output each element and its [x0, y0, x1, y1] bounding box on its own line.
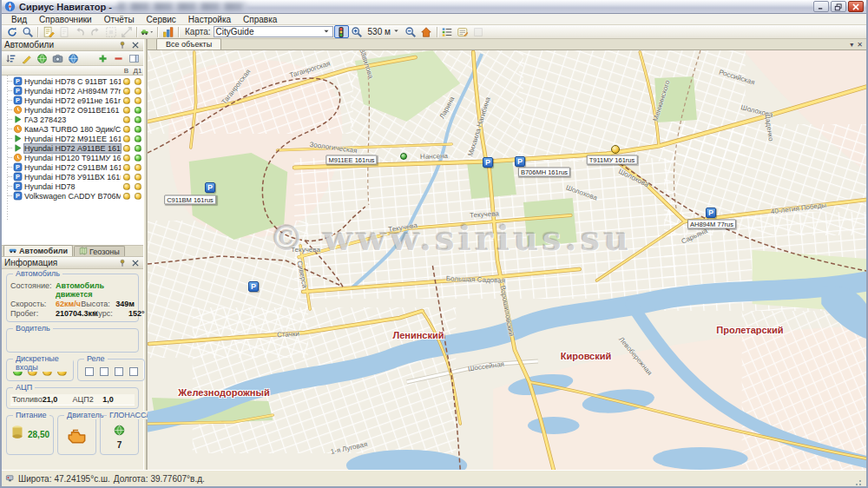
- refresh-icon[interactable]: [4, 25, 19, 38]
- parking-marker-icon[interactable]: P: [483, 157, 493, 168]
- column-header-v: В: [121, 67, 132, 75]
- vehicle-row[interactable]: Hyundai HD72 М911ЕЕ 161rus: [2, 134, 143, 143]
- menu-item-настройка[interactable]: Настройка: [182, 15, 237, 24]
- parking-marker-icon[interactable]: P: [248, 281, 259, 292]
- parking-marker-icon[interactable]: P: [515, 156, 525, 167]
- resize-grip[interactable]: [852, 477, 863, 487]
- vehicle-plate-label: С911ВМ 161rus: [164, 195, 216, 205]
- minimize-button[interactable]: [813, 1, 829, 12]
- layout-icon[interactable]: [127, 52, 141, 65]
- vehicle-label: Hyundai HD78 С 911ВТ 161rus: [24, 77, 121, 86]
- satellite-count: 7: [117, 440, 122, 450]
- discrete-inputs-group: Дискретные входы: [6, 359, 74, 381]
- car-icon[interactable]: [140, 25, 155, 38]
- vehicle-marker-yellow-icon[interactable]: [611, 145, 620, 154]
- vehicle-row[interactable]: PHyundai HD72 е911не 161rus: [2, 96, 143, 105]
- tree-branch: [8, 100, 12, 101]
- vehicle-label: Hyundai HD72 АН894М 77rus: [24, 87, 121, 96]
- status-dot-v: [123, 97, 130, 104]
- menubar: ВидСправочникиОтчётыСервисНастройкаСправ…: [2, 14, 866, 25]
- adc2-value: 1,0: [102, 395, 133, 404]
- menu-item-отчёты[interactable]: Отчёты: [98, 15, 141, 24]
- vehicle-list[interactable]: PHyundai HD78 С 911ВТ 161rusPHyundai HD7…: [2, 76, 143, 245]
- vehicle-row[interactable]: PHyundai HD72 С911ВМ 161rus: [2, 162, 143, 172]
- vehicle-row[interactable]: Hyundai HD72 О911ВЕ161: [2, 105, 143, 115]
- notes-icon[interactable]: [456, 25, 470, 38]
- mileage-value: 210704.3км: [56, 309, 94, 318]
- tab-close-icon[interactable]: ✕: [857, 42, 863, 49]
- relay-checkbox[interactable]: [85, 367, 94, 376]
- dock-tab-active[interactable]: Автомобили: [3, 245, 73, 256]
- legend-icon[interactable]: [440, 25, 455, 38]
- status-dot-v: [123, 135, 130, 142]
- relay-checkbox[interactable]: [129, 367, 138, 376]
- vehicle-row[interactable]: PHyundai HD78: [2, 181, 143, 191]
- vehicle-state-moving-icon: [13, 143, 23, 153]
- vehicle-marker-green-icon[interactable]: [400, 153, 407, 160]
- vehicle-row[interactable]: PHyundai HD72 АН894М 77rus: [2, 86, 143, 96]
- search-icon[interactable]: [20, 25, 35, 38]
- app-logo-icon: [4, 1, 16, 12]
- vehicle-plate-label: М911ЕЕ 161rus: [326, 155, 377, 165]
- close-panel-icon[interactable]: [130, 40, 141, 49]
- status-dot-d1: [135, 97, 141, 104]
- gps-group: ГЛОНАСС/GPS 7: [100, 415, 139, 455]
- altitude-label: Высота:: [81, 300, 115, 308]
- vehicle-row[interactable]: PVolkswagen CADDY В706МН 161rus: [2, 191, 143, 201]
- vehicle-row[interactable]: PHyundai HD78 С 911ВТ 161rus: [2, 76, 143, 86]
- home-icon[interactable]: [419, 25, 434, 38]
- longitude-label: Долгота:: [114, 474, 148, 484]
- parking-marker-icon[interactable]: P: [706, 208, 716, 218]
- zoom-out-icon[interactable]: [404, 25, 418, 38]
- map-tabbar: Все объекты ▾ ✕: [148, 39, 866, 50]
- map-canvas[interactable]: © www.sirius.su ТаганрогскаяТаганрогская…: [148, 50, 866, 470]
- page-edit-icon[interactable]: [41, 25, 56, 38]
- vehicles-column-headers: В Д1: [2, 66, 143, 76]
- dock-tab-inactive[interactable]: Геозоны: [74, 246, 125, 256]
- pin-icon[interactable]: [117, 258, 128, 267]
- close-panel-icon[interactable]: [130, 258, 141, 267]
- chart-icon[interactable]: [161, 25, 175, 38]
- vehicle-state-parked-icon: P: [13, 86, 23, 96]
- tree-branch: [8, 90, 12, 91]
- relay-checkbox[interactable]: [115, 367, 123, 376]
- vehicle-label: Hyundai HD78 У911ВХ 161rus: [24, 173, 121, 181]
- camera-icon[interactable]: [50, 52, 65, 65]
- globe-blue-icon[interactable]: [66, 52, 81, 65]
- globe-green-icon[interactable]: [35, 52, 49, 65]
- toolbar-separator: [157, 27, 158, 37]
- svg-text:P: P: [16, 87, 20, 95]
- traffic-light-icon[interactable]: [334, 25, 349, 38]
- menu-item-справочники[interactable]: Справочники: [33, 15, 98, 24]
- zoom-in-icon[interactable]: [350, 25, 365, 38]
- svg-text:P: P: [16, 173, 20, 181]
- vehicle-row[interactable]: КамАЗ TURBO 180 Эдик/С911ЕС 61rus: [2, 124, 143, 134]
- map-basemap: [148, 50, 866, 470]
- restore-button[interactable]: [831, 1, 846, 12]
- pin-icon[interactable]: [117, 40, 128, 49]
- relay-checkbox[interactable]: [100, 367, 108, 376]
- vehicle-row[interactable]: Hyundai HD72 А911ВЕ 161rus: [2, 143, 143, 153]
- menu-item-вид[interactable]: Вид: [5, 15, 33, 24]
- vehicle-row[interactable]: ГАЗ 278423: [2, 115, 143, 124]
- power-value: 28,50: [28, 430, 49, 439]
- tree-branch: [8, 129, 12, 129]
- sort-icon[interactable]: [3, 52, 18, 65]
- remove-icon[interactable]: [111, 52, 126, 65]
- tab-dropdown-icon[interactable]: ▾: [850, 42, 853, 49]
- vehicle-state-paused-icon: [13, 105, 23, 115]
- vehicle-row[interactable]: Hyundai HD120 Т911МУ 161rus: [2, 153, 143, 162]
- parking-marker-icon[interactable]: P: [205, 182, 215, 193]
- map-scale-selector[interactable]: 530 м: [365, 27, 403, 36]
- paint-icon[interactable]: [19, 52, 34, 65]
- add-icon[interactable]: [95, 52, 110, 65]
- map-source-combobox[interactable]: CityGuide: [214, 26, 333, 37]
- menu-item-справка[interactable]: Справка: [237, 15, 283, 24]
- close-button[interactable]: [848, 1, 864, 12]
- status-dot-v: [123, 116, 130, 123]
- vehicle-row[interactable]: PHyundai HD78 У911ВХ 161rus: [2, 172, 143, 181]
- menu-item-сервис[interactable]: Сервис: [141, 15, 182, 24]
- toolbar-separator: [178, 27, 179, 37]
- status-dot-v: [123, 174, 130, 181]
- map-tab-all-objects[interactable]: Все объекты: [156, 38, 221, 49]
